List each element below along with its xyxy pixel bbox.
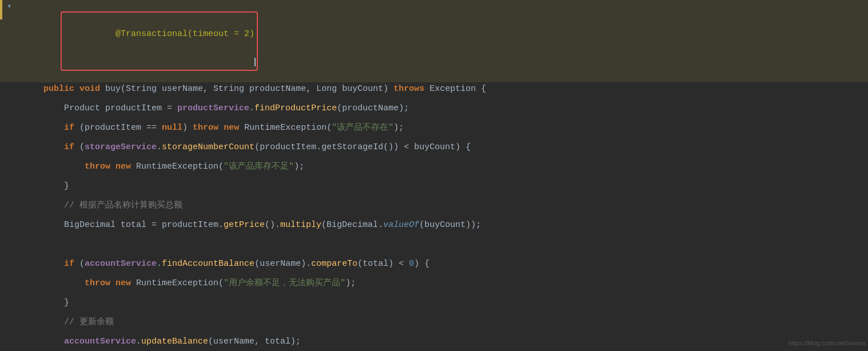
plain-9b: ().: [265, 220, 280, 230]
method-15: updateBalance: [141, 337, 208, 346]
kw-public: public: [43, 84, 74, 94]
line-8: // 根据产品名称计算购买总额: [0, 199, 868, 218]
service-ref-3: productService: [177, 103, 249, 113]
service-ref-15: accountService: [64, 337, 136, 346]
line-12: throw new RuntimeException("用户余额不足，无法购买产…: [0, 277, 868, 296]
method-9b: multiply: [280, 220, 321, 230]
line-3-content: Product productItem = productService.fin…: [23, 102, 868, 115]
plain-7: }: [64, 181, 69, 191]
line-10-content: [23, 238, 868, 252]
kw-if-4: if: [64, 123, 74, 133]
plain-4c: [218, 123, 224, 133]
line-10: [0, 238, 868, 257]
plain-9c: (BigDecimal.: [321, 220, 383, 230]
annotation-box-outline: [61, 11, 258, 71]
method-5: storageNumberCount: [162, 142, 254, 152]
kw-if-5: if: [64, 142, 74, 152]
kw-throw-4: throw: [193, 123, 218, 133]
plain-11c: (userName).: [254, 259, 311, 269]
method-9a: getPrice: [224, 220, 265, 230]
plain-4d: RuntimeException(: [239, 123, 332, 133]
line-13: }: [0, 296, 868, 316]
plain-12a: [110, 278, 116, 288]
kw-throw-12: throw: [85, 278, 110, 288]
annotation-container: @Transactional(timeout = 2): [64, 14, 254, 69]
line-1-content: @Transactional(timeout = 2): [23, 0, 868, 82]
line-15-content: accountService.updateBalance(userName, t…: [23, 335, 868, 349]
line-14: // 更新余额: [0, 316, 868, 335]
plain-3a: Product productItem =: [64, 103, 177, 113]
string-4: "该产品不存在": [332, 123, 393, 133]
plain-11a: (: [74, 259, 85, 269]
line-3: Product productItem = productService.fin…: [0, 102, 868, 121]
line-5: if (storageService.storageNumberCount(pr…: [0, 141, 868, 160]
kw-new-4: new: [224, 123, 239, 133]
plain-5c: (productItem.getStorageId()) < buyCount)…: [254, 142, 471, 152]
plain-6b: RuntimeException(: [131, 162, 224, 171]
number-11: 0: [409, 259, 414, 269]
plain-3c: (productName);: [337, 103, 409, 113]
plain-12b: RuntimeException(: [131, 278, 224, 288]
plain-6a: [110, 162, 116, 171]
kw-new-12: new: [116, 278, 131, 288]
cursor: [254, 58, 256, 66]
service-ref-11: accountService: [85, 259, 157, 269]
code-content: ▾ @Transactional(timeout = 2) public voi…: [0, 0, 868, 351]
plain-12c: );: [345, 278, 356, 288]
line-7: }: [0, 180, 868, 199]
annotation-text: @Transactional(timeout = 2): [116, 29, 254, 39]
plain-11e: ) {: [414, 259, 429, 269]
plain-15a: .: [136, 337, 141, 346]
plain-13: }: [64, 298, 69, 308]
line-2-content: public void buy(String userName, String …: [23, 82, 868, 96]
line-5-content: if (storageService.storageNumberCount(pr…: [23, 141, 868, 154]
kw-new-6: new: [116, 162, 131, 171]
left-indicator-1: [0, 0, 2, 19]
line-4: if (productItem == null) throw new Runti…: [0, 121, 868, 141]
line-6-content: throw new RuntimeException("该产品库存不足");: [23, 160, 868, 174]
method-3: findProductPrice: [254, 103, 337, 113]
plain-4a: (productItem ==: [74, 123, 162, 133]
kw-if-11: if: [64, 259, 74, 269]
kw-null-4: null: [162, 123, 182, 133]
method-name: buy(String userName, String productName,…: [105, 84, 393, 94]
kw-throw-6: throw: [85, 162, 110, 171]
plain-5b: .: [157, 142, 162, 152]
watermark: https://blog.csdn.net/xxxxxx: [789, 338, 866, 349]
line-14-content: // 更新余额: [23, 316, 868, 329]
service-ref-5: storageService: [85, 142, 157, 152]
line-11: if (accountService.findAccountBalance(us…: [0, 257, 868, 277]
line-7-content: }: [23, 180, 868, 193]
plain-9a: BigDecimal total = productItem.: [64, 220, 224, 230]
line-9: BigDecimal total = productItem.getPrice(…: [0, 218, 868, 238]
plain-4e: );: [393, 123, 404, 133]
plain-4b: ): [182, 123, 193, 133]
method-11a: findAccountBalance: [162, 259, 254, 269]
string-12: "用户余额不足，无法购买产品": [224, 278, 345, 288]
line-1: ▾ @Transactional(timeout = 2): [0, 0, 868, 82]
plain-11d: (total) <: [357, 259, 409, 269]
plain-11b: .: [157, 259, 162, 269]
plain-2: Exception {: [424, 84, 486, 94]
line-15: accountService.updateBalance(userName, t…: [0, 335, 868, 351]
line-6: throw new RuntimeException("该产品库存不足");: [0, 160, 868, 180]
line-4-content: if (productItem == null) throw new Runti…: [23, 121, 868, 135]
kw-void: void: [79, 84, 100, 94]
kw-throws: throws: [393, 84, 424, 94]
line-11-content: if (accountService.findAccountBalance(us…: [23, 257, 868, 271]
method-11b: compareTo: [311, 259, 357, 269]
comment-14: // 更新余额: [64, 317, 114, 327]
plain-6c: );: [294, 162, 304, 171]
plain-15b: (userName, total);: [208, 337, 301, 346]
line-13-content: }: [23, 296, 868, 310]
code-editor: ▾ @Transactional(timeout = 2) public voi…: [0, 0, 868, 351]
line-8-content: // 根据产品名称计算购买总额: [23, 199, 868, 213]
plain-3b: .: [249, 103, 254, 113]
expand-arrow: ▾: [7, 0, 11, 13]
plain-5a: (: [74, 142, 85, 152]
comment-8: // 根据产品名称计算购买总额: [64, 201, 182, 210]
line-9-content: BigDecimal total = productItem.getPrice(…: [23, 218, 868, 232]
plain-9d: (buyCount));: [419, 220, 481, 230]
string-6: "该产品库存不足": [224, 162, 294, 171]
line-2: public void buy(String userName, String …: [0, 82, 868, 102]
